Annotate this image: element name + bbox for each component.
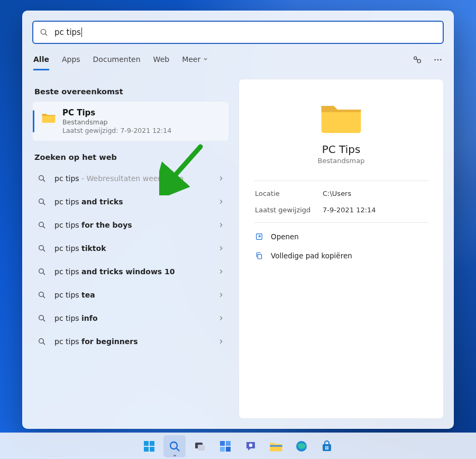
best-match-item[interactable]: PC Tips Bestandsmap Laatst gewijzigd: 7-… <box>32 101 229 141</box>
detail-value: C:\Users <box>323 190 351 197</box>
tab-web[interactable]: Web <box>153 55 170 70</box>
web-result-label: pc tips for the boys <box>54 221 217 229</box>
search-icon <box>38 267 46 276</box>
search-options-icon[interactable] <box>412 55 423 65</box>
svg-rect-36 <box>220 447 225 452</box>
best-match-heading: Beste overeenkomst <box>34 87 229 96</box>
taskbar-file-explorer[interactable] <box>265 435 287 457</box>
detail-pane: PC Tips Bestandsmap LocatieC:\UsersLaats… <box>239 79 444 419</box>
svg-point-5 <box>437 59 439 61</box>
search-icon <box>38 197 46 206</box>
taskbar-taskview[interactable] <box>189 435 211 457</box>
svg-line-14 <box>43 249 45 251</box>
chevron-right-icon <box>217 245 225 252</box>
search-input-value: pc tips <box>54 28 81 37</box>
search-icon <box>38 244 46 253</box>
detail-title: PC Tips <box>254 143 428 156</box>
action-copy-path[interactable]: Volledige pad kopiëren <box>254 246 428 265</box>
svg-point-17 <box>39 292 44 297</box>
chevron-right-icon <box>217 175 225 182</box>
tab-more[interactable]: Meer <box>182 55 208 70</box>
taskbar-chat[interactable] <box>240 435 262 457</box>
svg-rect-35 <box>226 441 231 446</box>
tab-bar: Alle Apps Documenten Web Meer <box>23 53 453 71</box>
search-icon <box>38 337 46 346</box>
folder-icon-large <box>319 98 363 136</box>
svg-line-12 <box>43 226 45 228</box>
copy-icon <box>255 251 263 260</box>
svg-line-22 <box>43 343 45 345</box>
svg-point-9 <box>39 199 44 204</box>
tab-documents[interactable]: Documenten <box>93 55 141 70</box>
svg-line-8 <box>43 179 45 182</box>
svg-line-31 <box>177 448 180 451</box>
svg-rect-26 <box>144 441 149 446</box>
web-result-label: pc tips tea <box>54 291 217 299</box>
web-result-item[interactable]: pc tips and tricks <box>32 190 229 213</box>
detail-kv-row: Laatst gewijzigd7-9-2021 12:14 <box>254 202 428 218</box>
taskbar-widgets[interactable] <box>214 435 236 457</box>
svg-point-6 <box>440 59 442 61</box>
svg-rect-37 <box>226 447 231 452</box>
svg-rect-39 <box>270 445 282 446</box>
web-result-label: pc tips for beginners <box>54 337 217 346</box>
tab-all[interactable]: Alle <box>33 55 49 70</box>
search-panel: pc tips Alle Apps Documenten Web Meer Be… <box>22 11 454 429</box>
svg-rect-45 <box>327 448 329 449</box>
chevron-right-icon <box>217 291 225 299</box>
search-icon <box>40 28 48 37</box>
svg-line-1 <box>45 34 47 35</box>
web-result-label: pc tips tiktok <box>54 244 217 253</box>
svg-point-21 <box>39 339 44 344</box>
chevron-down-icon <box>203 56 208 62</box>
web-result-item[interactable]: pc tips tea <box>32 283 229 307</box>
svg-point-13 <box>39 246 44 250</box>
tab-apps[interactable]: Apps <box>62 55 80 70</box>
svg-point-0 <box>41 29 45 34</box>
more-icon[interactable] <box>433 55 443 65</box>
svg-point-15 <box>39 269 44 274</box>
web-result-item[interactable]: pc tips - Webresultaten weergeven <box>32 167 229 190</box>
text-caret <box>81 28 82 37</box>
taskbar <box>0 433 476 459</box>
chevron-right-icon <box>217 221 225 229</box>
web-result-item[interactable]: pc tips for beginners <box>32 330 229 353</box>
taskbar-start[interactable] <box>138 435 160 457</box>
taskbar-store[interactable] <box>316 435 338 457</box>
svg-point-11 <box>39 222 44 227</box>
open-icon <box>255 232 263 241</box>
chevron-right-icon <box>217 338 225 345</box>
detail-value: 7-9-2021 12:14 <box>323 206 376 214</box>
web-search-heading: Zoeken op het web <box>34 153 229 161</box>
search-icon <box>38 291 46 299</box>
search-icon <box>38 221 46 229</box>
svg-rect-28 <box>144 447 149 452</box>
web-result-label: pc tips - Webresultaten weergeven <box>54 174 217 183</box>
svg-rect-44 <box>325 448 327 449</box>
svg-line-20 <box>43 319 45 321</box>
web-result-item[interactable]: pc tips info <box>32 307 229 330</box>
detail-key: Laatst gewijzigd <box>255 206 323 214</box>
taskbar-search[interactable] <box>163 435 186 457</box>
folder-icon <box>41 111 56 124</box>
web-result-item[interactable]: pc tips tiktok <box>32 237 229 260</box>
web-result-label: pc tips and tricks windows 10 <box>54 267 217 276</box>
divider <box>254 181 428 181</box>
web-result-item[interactable]: pc tips for the boys <box>32 213 229 237</box>
chevron-right-icon <box>217 268 225 275</box>
web-result-label: pc tips info <box>54 314 217 322</box>
svg-point-7 <box>39 176 44 181</box>
search-input-container[interactable]: pc tips <box>32 21 444 44</box>
web-results-list: pc tips - Webresultaten weergevenpc tips… <box>32 167 229 353</box>
action-open[interactable]: Openen <box>254 227 428 246</box>
svg-point-30 <box>170 442 177 449</box>
chevron-right-icon <box>217 314 225 322</box>
search-input-text[interactable]: pc tips <box>54 28 82 37</box>
detail-kv-row: LocatieC:\Users <box>254 185 428 202</box>
taskbar-edge[interactable] <box>290 435 313 457</box>
svg-line-16 <box>43 273 45 275</box>
web-result-item[interactable]: pc tips and tricks windows 10 <box>32 260 229 283</box>
best-match-title: PC Tips <box>62 108 171 118</box>
svg-rect-34 <box>220 441 225 446</box>
web-result-label: pc tips and tricks <box>54 197 217 206</box>
